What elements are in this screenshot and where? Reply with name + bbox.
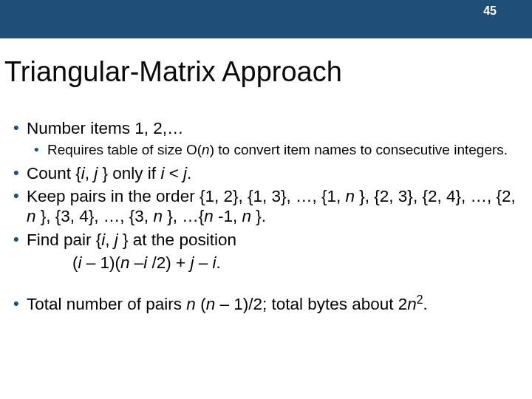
var-n: n bbox=[206, 295, 220, 313]
text: ( bbox=[72, 253, 78, 272]
slide-title: Triangular-Matrix Approach bbox=[4, 56, 342, 88]
var-j: j bbox=[190, 253, 198, 272]
text: – 1)( bbox=[86, 253, 120, 272]
text: , bbox=[105, 231, 115, 249]
var-n: n bbox=[242, 207, 256, 225]
bullet-keep-pairs: Keep pairs in the order {1, 2}, {1, 3}, … bbox=[13, 186, 517, 227]
var-n: n bbox=[407, 295, 417, 313]
text: Total number of pairs bbox=[27, 295, 186, 313]
bullet-count-ij: Count {i, j } only if i < j. bbox=[13, 163, 517, 183]
text: }, …{ bbox=[167, 207, 204, 225]
slide: 45 Triangular-Matrix Approach Number ite… bbox=[0, 0, 532, 399]
slide-number: 45 bbox=[483, 4, 497, 17]
text: Count { bbox=[27, 164, 81, 183]
bullet-total-pairs: Total number of pairs n (n – 1)/2; total… bbox=[13, 294, 517, 314]
exponent-2: 2 bbox=[417, 293, 423, 305]
bullet-number-items: Number items 1, 2,… bbox=[13, 118, 517, 138]
text: – bbox=[134, 253, 144, 272]
text: } only if bbox=[103, 164, 161, 183]
text: ( bbox=[200, 295, 206, 313]
text: }, {3, 4}, …, {3, bbox=[41, 207, 154, 225]
var-n: n bbox=[202, 142, 210, 157]
text: } at the position bbox=[123, 231, 236, 249]
text: . bbox=[423, 295, 428, 313]
text: Number items 1, 2,… bbox=[27, 119, 184, 137]
var-i: i bbox=[78, 253, 86, 272]
text: – 1)/2; total bytes about 2 bbox=[219, 295, 407, 313]
text: -1, bbox=[218, 207, 242, 225]
var-i: i bbox=[160, 164, 168, 183]
text: Keep pairs in the order {1, 2}, {1, 3}, … bbox=[27, 187, 346, 205]
bullet-find-pair: Find pair {i, j } at the position bbox=[13, 230, 517, 250]
var-n: n bbox=[27, 207, 41, 225]
text: }. bbox=[256, 207, 266, 225]
var-n: n bbox=[204, 207, 218, 225]
var-i: i bbox=[143, 253, 151, 272]
var-n: n bbox=[346, 187, 360, 205]
var-j: j bbox=[94, 164, 102, 183]
position-formula: (i – 1)(n –i /2) + j – i. bbox=[72, 253, 517, 273]
text: /2) + bbox=[152, 253, 191, 272]
header-bar: 45 bbox=[0, 0, 532, 38]
spacer bbox=[13, 278, 517, 294]
text: ) to convert item names to consecutive i… bbox=[210, 142, 508, 157]
var-n: n bbox=[186, 295, 200, 313]
var-n: n bbox=[120, 253, 134, 272]
var-n: n bbox=[153, 207, 167, 225]
text: Find pair { bbox=[27, 231, 101, 249]
text: , bbox=[85, 164, 95, 183]
text: Requires table of size O( bbox=[47, 142, 202, 157]
text: – bbox=[199, 253, 213, 272]
text: }, {2, 3}, {2, 4}, …, {2, bbox=[359, 187, 515, 205]
bullet-requires-table: Requires table of size O(n) to convert i… bbox=[34, 141, 517, 158]
var-j: j bbox=[115, 231, 123, 249]
text: < bbox=[169, 164, 183, 183]
text: . bbox=[187, 164, 191, 183]
text: . bbox=[216, 253, 220, 272]
slide-content: Number items 1, 2,… Requires table of si… bbox=[13, 118, 517, 317]
